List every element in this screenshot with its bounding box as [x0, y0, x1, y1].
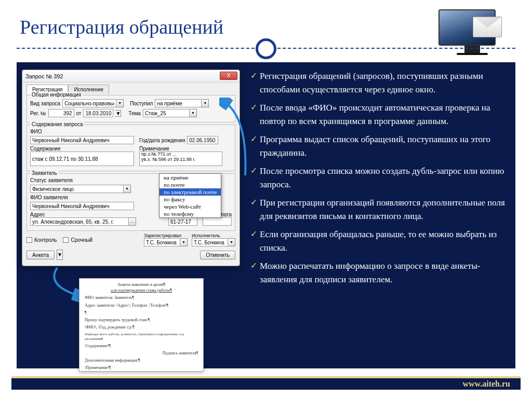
ellipsis-icon[interactable]: …: [129, 217, 136, 226]
exec-label: Исполнитель: [192, 233, 235, 238]
status-label: Статус заявителя: [30, 177, 73, 183]
bullet-item: Регистрация обращений (запросов), поступ…: [250, 70, 510, 96]
content-legend: Содержание запроса: [30, 121, 84, 127]
bullet-item: Программа выдаст список обращений, посту…: [250, 133, 510, 159]
reg-by-field[interactable]: [144, 238, 180, 246]
general-info-group: Общая информация Вид запроса ▼ Поступил …: [26, 95, 235, 122]
tel-field[interactable]: [168, 217, 197, 226]
envelope-icon: [473, 17, 502, 37]
dropdown-option[interactable]: по почте: [159, 181, 221, 188]
postupil-label: Поступил: [130, 101, 153, 106]
applicant-legend: Заявитель: [30, 170, 59, 176]
anketa-button[interactable]: Анкета: [26, 251, 55, 259]
tema-field[interactable]: [143, 109, 190, 117]
footer-url: www.aiteh.ru: [462, 379, 510, 389]
dialog-title: Запрос № 392: [25, 73, 63, 79]
dropdown-arrow-icon[interactable]: ▼: [115, 110, 121, 117]
fio-label: ФИО: [30, 129, 42, 134]
dropdown-arrow-icon[interactable]: ▼: [190, 109, 197, 117]
addr-label: Адрес: [30, 212, 166, 217]
dropdown-arrow-icon[interactable]: ▼: [116, 99, 124, 107]
postupil-field[interactable]: [155, 99, 202, 107]
fio-field[interactable]: [30, 136, 134, 144]
exec-field[interactable]: [192, 238, 228, 246]
fio-z-label: ФИО заявителя: [30, 195, 68, 200]
urgent-checkbox[interactable]: [63, 237, 69, 243]
bullet-item: Если организация обращалась раньше, то е…: [250, 228, 510, 254]
status-field[interactable]: [30, 185, 124, 193]
reg-no-field[interactable]: [48, 109, 74, 117]
control-label: Контроль: [34, 237, 57, 243]
dropdown-option[interactable]: по телефону: [159, 210, 221, 217]
dropdown-option[interactable]: на приёме: [159, 174, 221, 181]
footer: www.aiteh.ru: [11, 376, 521, 390]
reg-no-label: Рег. №: [30, 111, 46, 116]
soderzh-label: Содержание: [30, 146, 134, 152]
pred-field[interactable]: [203, 217, 232, 226]
arrow-curve-icon: [219, 98, 250, 181]
cancel-button[interactable]: Отменить: [200, 251, 235, 259]
titlebar: Запрос № 392 X: [22, 70, 240, 83]
dropdown-arrow-icon[interactable]: ▼: [228, 238, 235, 246]
delivery-dropdown[interactable]: на приёме по почте по электронной почте …: [159, 173, 221, 218]
divider: [17, 48, 515, 49]
control-checkbox[interactable]: [26, 237, 32, 243]
addr-field[interactable]: [30, 217, 129, 226]
reg-by-label: Зарегистрировал: [144, 233, 188, 238]
soderzh-field[interactable]: [30, 152, 134, 166]
urgent-label: Срочный: [71, 237, 92, 243]
prim-field[interactable]: пр.з.№ 771 от ...ув.з. № 596 от 29.11.88…: [139, 152, 222, 166]
monitor-mail-icon: [438, 9, 506, 61]
tema-label: Тема: [128, 111, 141, 116]
ot-label: от: [76, 111, 82, 116]
dropdown-arrow-icon[interactable]: ▼: [57, 250, 63, 260]
bullet-item: После ввода «ФИО» происходит автоматичес…: [250, 101, 510, 128]
general-info-legend: Общая информация: [30, 92, 83, 98]
bullet-list: Регистрация обращений (запросов), поступ…: [250, 70, 510, 363]
dropdown-option[interactable]: через Web-сайт: [159, 203, 221, 210]
birth-label: Год/дата рождения: [139, 138, 185, 143]
request-dialog: Запрос № 392 X Регистрация Исполнение Об…: [22, 70, 240, 266]
dropdown-arrow-icon[interactable]: ▼: [124, 185, 131, 193]
dropdown-option-selected[interactable]: по электронной почте: [159, 188, 221, 196]
prim-label: Примечание: [139, 146, 232, 152]
fio-z-field[interactable]: [30, 202, 134, 210]
birth-field[interactable]: [187, 136, 218, 144]
circle-decor-icon: [256, 38, 276, 59]
vid-zaprosa-field[interactable]: [62, 99, 116, 107]
dropdown-arrow-icon[interactable]: ▼: [180, 238, 188, 246]
date-field[interactable]: [83, 109, 113, 117]
content-group: Содержание запроса ФИО Год/дата рождения…: [26, 125, 235, 171]
doc-preview: Анкета-заявление в архив¶ для подтвержде…: [79, 278, 204, 372]
bullet-item: После просмотра списка можно создать дуб…: [250, 164, 510, 191]
dropdown-option[interactable]: по факсу: [159, 196, 221, 203]
bullet-item: При регистрации организаций появляются д…: [250, 196, 510, 223]
vid-zaprosa-label: Вид запроса: [30, 101, 60, 106]
bullet-item: Можно распечатать информацию о запросе в…: [250, 259, 510, 286]
close-button[interactable]: X: [220, 72, 237, 80]
dropdown-arrow-icon[interactable]: ▼: [202, 99, 209, 107]
